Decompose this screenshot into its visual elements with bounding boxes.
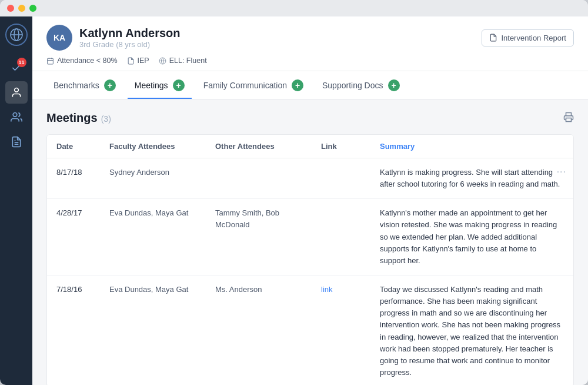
section-header: Meetings (3) (46, 111, 574, 125)
row2-faculty: Eva Dundas, Maya Gat (100, 199, 206, 227)
row3-faculty: Eva Dundas, Maya Gat (100, 276, 206, 304)
sidebar-item-group[interactable] (5, 106, 28, 128)
col-summary: Summary (370, 135, 573, 158)
row3-other: Ms. Anderson (206, 276, 312, 304)
col-faculty: Faculty Attendees (100, 135, 206, 158)
svg-rect-13 (566, 118, 572, 121)
student-name: Katlynn Anderson (79, 26, 181, 40)
titlebar (0, 0, 588, 16)
row2-date: 4/28/17 (47, 199, 100, 227)
svg-rect-7 (48, 58, 54, 64)
col-date: Date (47, 135, 100, 158)
avatar: KA (46, 25, 72, 51)
tag-ell: ELL: Fluent (159, 57, 207, 65)
globe-icon (159, 57, 166, 65)
row1-other (206, 158, 312, 175)
table-header: Date Faculty Attendees Other Attendees L… (47, 135, 573, 158)
tab-supporting-docs[interactable]: Supporting Docs + (315, 71, 407, 99)
minimize-button[interactable] (18, 5, 25, 12)
row3-summary: Today we discussed Katlynn's reading and… (370, 276, 573, 385)
calendar-icon (46, 57, 54, 65)
close-button[interactable] (7, 5, 14, 12)
tag-attendance: Attendance < 80% (46, 57, 118, 65)
svg-point-3 (14, 88, 18, 92)
header-row1: KA Katlynn Anderson 3rd Grade (8 yrs old… (46, 25, 574, 51)
sidebar-item-checklist[interactable]: 11 (5, 57, 28, 79)
document-icon (127, 57, 135, 65)
checklist-badge: 11 (17, 58, 26, 67)
row1-actions[interactable]: ··· (557, 167, 566, 177)
sidebar: 11 (0, 16, 32, 385)
table-row: 8/17/18 Sydney Anderson Katlynn is makin… (47, 158, 573, 199)
tab-benchmarks[interactable]: Benchmarks + (46, 71, 123, 99)
intervention-report-button[interactable]: Intervention Report (482, 29, 574, 47)
family-add-button[interactable]: + (292, 79, 303, 91)
benchmarks-add-button[interactable]: + (104, 79, 116, 91)
row3-link-anchor[interactable]: link (321, 285, 333, 294)
app-window: 11 (0, 0, 588, 385)
section-title: Meetings (3) (46, 111, 111, 125)
row3-date: 7/18/16 (47, 276, 100, 304)
row1-faculty: Sydney Anderson (100, 158, 206, 187)
row1-link (312, 158, 370, 175)
tab-family-communication[interactable]: Family Communication + (196, 71, 310, 99)
top-header: KA Katlynn Anderson 3rd Grade (8 yrs old… (32, 16, 588, 71)
row1-date: 8/17/18 (47, 158, 100, 187)
sidebar-logo[interactable] (5, 24, 28, 46)
table-row: 7/18/16 Eva Dundas, Maya Gat Ms. Anderso… (47, 276, 573, 385)
print-icon[interactable] (563, 112, 574, 125)
app-body: 11 (0, 16, 588, 385)
meetings-add-button[interactable]: + (173, 79, 185, 91)
student-info: KA Katlynn Anderson 3rd Grade (8 yrs old… (46, 25, 181, 51)
tag-iep: IEP (127, 57, 149, 65)
row3-link[interactable]: link (312, 276, 370, 304)
student-grade: 3rd Grade (8 yrs old) (79, 40, 181, 49)
row2-summary: Katlynn's mother made an appointment to … (370, 199, 573, 275)
row2-link (312, 199, 370, 215)
row2-other: Tammy Smith, Bob McDonald (206, 199, 312, 238)
table-row: 4/28/17 Eva Dundas, Maya Gat Tammy Smith… (47, 199, 573, 276)
sidebar-item-notes[interactable] (5, 131, 28, 153)
svg-point-4 (13, 113, 17, 117)
main-content: KA Katlynn Anderson 3rd Grade (8 yrs old… (32, 16, 588, 385)
docs-add-button[interactable]: + (388, 79, 400, 91)
tab-meetings[interactable]: Meetings + (128, 71, 192, 99)
student-name-block: Katlynn Anderson 3rd Grade (8 yrs old) (79, 26, 181, 49)
row1-summary: Katlynn is making progress. She will sta… (370, 158, 573, 198)
report-icon (489, 34, 497, 42)
content-area: Meetings (3) Date Faculty Atten (32, 99, 588, 385)
col-link: Link (312, 135, 370, 158)
maximize-button[interactable] (29, 5, 36, 12)
col-other: Other Attendees (206, 135, 312, 158)
meetings-table: Date Faculty Attendees Other Attendees L… (46, 134, 574, 385)
tags-row: Attendance < 80% IEP (46, 57, 574, 65)
sidebar-item-students[interactable] (5, 81, 28, 104)
tabs-bar: Benchmarks + Meetings + Family Communica… (32, 71, 588, 99)
